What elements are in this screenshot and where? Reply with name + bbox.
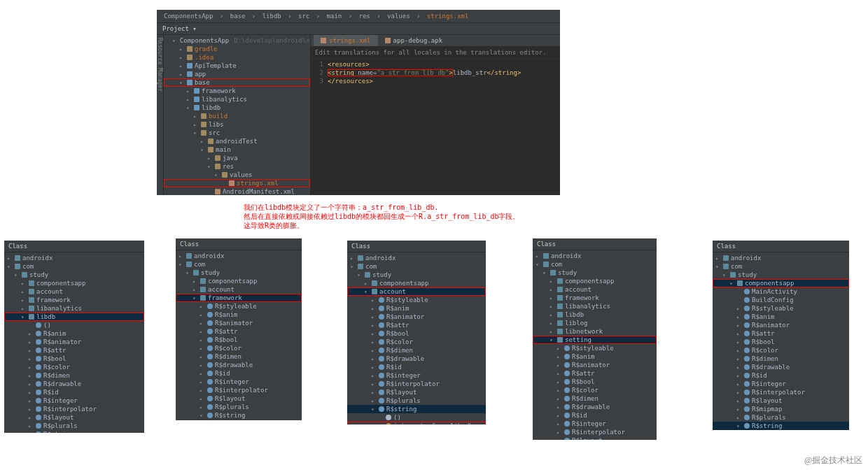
expand-icon[interactable] [200,362,205,369]
expand-icon[interactable] [736,322,742,329]
expand-icon[interactable] [200,404,205,410]
tree-node[interactable]: R$animator [533,361,657,369]
tree-node[interactable]: com [347,262,486,271]
tool-window-bar[interactable]: Resource Manager [157,35,164,195]
expand-icon[interactable] [736,348,742,354]
expand-icon[interactable] [186,270,191,276]
tree-node[interactable]: R$plurals [176,403,302,411]
tree-node[interactable]: R$drawable [713,363,849,371]
expand-icon[interactable] [179,80,185,86]
tree-node[interactable]: R$id [347,363,486,371]
tree-node[interactable]: androidx [4,254,144,262]
expand-icon[interactable] [192,278,198,285]
crumb[interactable]: main [327,13,342,20]
tree-node[interactable]: R$drawable [4,380,144,388]
expand-icon[interactable] [200,387,205,394]
expand-icon[interactable] [556,413,562,419]
tree-node[interactable]: R$bool [4,355,144,363]
tree-node[interactable]: R$plurals [713,413,849,422]
expand-icon[interactable] [556,371,562,377]
expand-icon[interactable] [550,303,555,310]
tree-node[interactable]: R$color [347,338,486,346]
crumb[interactable]: base [230,13,246,20]
tree-node[interactable]: R$attr [533,369,657,378]
tree-node[interactable]: strings.xml [164,179,310,187]
tree-node[interactable]: R$animator [176,319,302,327]
tree-node[interactable]: R$styleable [176,302,302,310]
tree-node[interactable]: R$integer [347,371,486,380]
code-line[interactable]: 1<resources> [311,60,560,69]
expand-icon[interactable] [200,354,205,360]
class-tab[interactable]: Class [4,241,144,252]
tree-node[interactable]: account [533,285,657,294]
expand-icon[interactable] [371,314,377,320]
expand-icon[interactable] [736,406,742,413]
tree-node[interactable]: R$drawable [533,403,657,411]
tree-node[interactable]: R$animator [347,313,486,321]
tree-node[interactable]: ApiTemplate [164,62,310,70]
expand-icon[interactable] [736,339,742,345]
tree-node[interactable]: componentsapp [533,277,657,285]
tree-node[interactable]: R$color [4,363,144,371]
expand-icon[interactable] [556,404,562,410]
tree-node[interactable]: src [164,129,310,137]
tree-node[interactable]: R$layout [713,396,849,405]
tree-node[interactable]: setting [533,336,657,344]
expand-icon[interactable] [207,155,213,162]
expand-icon[interactable] [28,398,34,404]
tree-node[interactable]: int a_str_from_lib_db [347,422,486,424]
expand-icon[interactable] [179,63,185,69]
expand-icon[interactable] [186,105,192,111]
expand-icon[interactable] [28,373,34,379]
expand-icon[interactable] [550,320,555,327]
editor-tabs[interactable]: strings.xmlapp-debug.apk [311,35,560,47]
class-tab[interactable]: Class [533,238,657,250]
tree-node[interactable]: R$bool [533,378,657,386]
tree-node[interactable]: ComponentsAppD:\develop\android\study\Co… [164,36,310,45]
tree-node[interactable]: R$string [176,411,302,420]
tree-node[interactable]: libnetwork [533,327,657,336]
expand-icon[interactable] [736,423,742,429]
expand-icon[interactable] [550,295,555,301]
expand-icon[interactable] [536,262,541,268]
expand-icon[interactable] [556,429,562,436]
class-view-libdb[interactable]: Classandroidxcomstudycomponentsappaccoun… [4,241,144,433]
tree-node[interactable]: R$plurals [347,396,486,405]
tree-node[interactable]: R$integer [4,396,144,405]
tree-node[interactable]: study [4,271,144,279]
expand-icon[interactable] [556,362,562,369]
tree-node[interactable]: R$mipmap [713,405,849,413]
expand-icon[interactable] [536,253,541,259]
tree-node[interactable]: androidx [347,254,486,262]
expand-icon[interactable] [556,396,562,402]
tree-node[interactable]: androidx [713,254,849,262]
tree-node[interactable]: R$styleable [347,296,486,304]
tree-node[interactable]: com [4,262,144,271]
tree-node[interactable]: framework [176,294,302,302]
expand-icon[interactable] [556,345,562,352]
expand-icon[interactable] [21,306,27,312]
tree-node[interactable]: R$bool [713,338,849,346]
expand-icon[interactable] [371,389,377,396]
expand-icon[interactable] [200,379,205,385]
expand-icon[interactable] [193,122,199,128]
expand-icon[interactable] [179,55,185,61]
tree-node[interactable]: R$layout [347,388,486,396]
expand-icon[interactable] [350,255,356,262]
expand-icon[interactable] [200,303,205,310]
expand-icon[interactable] [21,289,27,295]
expand-icon[interactable] [736,306,742,312]
tree-node[interactable]: R$anim [176,310,302,319]
tree-node[interactable]: libdb [164,103,310,112]
tree-node[interactable]: java [164,154,310,162]
code-line[interactable]: 3</resources> [311,77,560,85]
tree-node[interactable]: gradle [164,45,310,53]
tree-node[interactable]: R$interpolator [176,386,302,394]
expand-icon[interactable] [371,339,377,345]
expand-icon[interactable] [371,356,377,362]
tree-node[interactable]: study [713,271,849,279]
expand-icon[interactable] [371,348,377,354]
tree-node[interactable]: R$animator [713,321,849,329]
expand-icon[interactable] [192,287,198,293]
tree-node[interactable]: liblog [533,319,657,327]
